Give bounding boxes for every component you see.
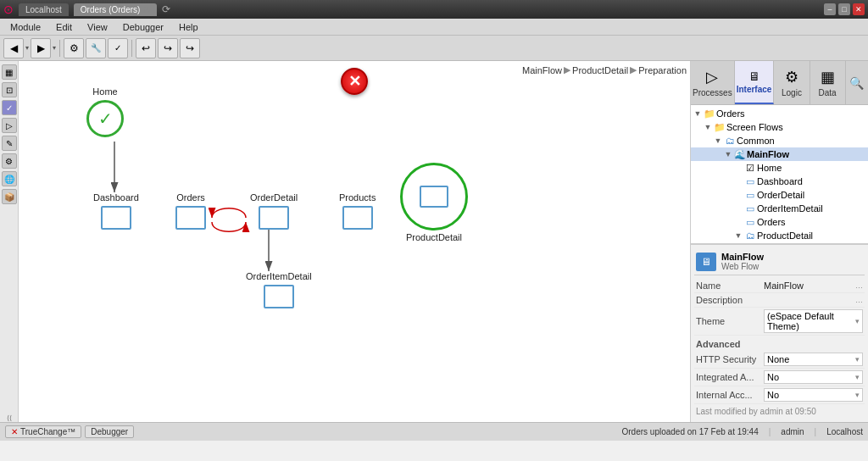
props-val-integrated[interactable]: No ▾ xyxy=(764,370,863,384)
tree-mainflow[interactable]: ▼ 🌊 MainFlow xyxy=(691,147,868,161)
tree-toggle-screenflows[interactable]: ▼ xyxy=(703,123,713,131)
menu-debugger[interactable]: Debugger xyxy=(116,21,170,33)
error-close-btn[interactable]: ✕ xyxy=(341,68,368,95)
tab-interface[interactable]: 🖥 Interface xyxy=(735,61,775,104)
tree-icon-orders-screen: ▭ xyxy=(743,216,757,228)
tree-productdetail[interactable]: ▼ 🗂 ProductDetail xyxy=(691,229,868,242)
sidebar-icon-check[interactable]: ✓ xyxy=(2,100,17,115)
breadcrumb-preparation[interactable]: Preparation xyxy=(638,65,687,75)
sidebar-icon-4[interactable]: ✎ xyxy=(2,136,17,151)
sidebar-icon-5[interactable]: ⚙ xyxy=(2,153,17,169)
tab-logic[interactable]: ⚙ Logic xyxy=(774,61,810,104)
sidebar-icon-6[interactable]: 🌐 xyxy=(2,171,17,186)
menu-edit[interactable]: Edit xyxy=(49,21,79,33)
toolbar-forward-btn[interactable]: ▶ xyxy=(31,38,51,58)
tab-orders-close[interactable]: ✕ xyxy=(143,5,150,14)
props-row-integrated[interactable]: Integrated A... No ▾ xyxy=(694,369,865,386)
toolbar-forward-arrow[interactable]: ▾ xyxy=(53,44,56,52)
properties-panel: 🖥 MainFlow Web Flow Name MainFlow … Desc… xyxy=(691,244,868,422)
tab-search[interactable]: 🔍 xyxy=(846,61,868,104)
tab-refresh-btn[interactable]: ⟳ xyxy=(162,3,170,15)
tab-data[interactable]: ▦ Data xyxy=(810,61,846,104)
props-internal-value: No xyxy=(767,390,779,400)
tree-toggle-productdetail[interactable]: ▼ xyxy=(733,231,743,240)
props-internal-dropdown-arrow[interactable]: ▾ xyxy=(855,391,860,399)
toolbar-back-btn[interactable]: ◀ xyxy=(3,38,24,58)
props-val-internal[interactable]: No ▾ xyxy=(764,388,863,402)
tree-orderdetail[interactable]: ▭ OrderDetail xyxy=(691,188,868,202)
toolbar-redo2-btn[interactable]: ↪ xyxy=(180,38,200,58)
toolbar-redo-btn[interactable]: ↪ xyxy=(158,38,178,58)
props-integrated-dropdown-arrow[interactable]: ▾ xyxy=(855,373,860,381)
orderdetail-node-box xyxy=(259,206,289,230)
window-maximize-btn[interactable]: □ xyxy=(838,3,850,15)
toolbar-undo-btn[interactable]: ↩ xyxy=(136,38,156,58)
toolbar-check-btn[interactable]: ✓ xyxy=(108,38,128,58)
tree-toggle-root[interactable]: ▼ xyxy=(693,109,703,118)
tree-common[interactable]: ▼ 🗂 Common xyxy=(691,134,868,147)
sidebar-icon-3[interactable]: ▷ xyxy=(2,118,17,133)
breadcrumb-mainflow[interactable]: MainFlow xyxy=(522,65,562,75)
toolbar-settings-btn[interactable]: ⚙ xyxy=(64,38,84,58)
tree-dashboard[interactable]: ▭ Dashboard xyxy=(691,175,868,188)
window-close-btn[interactable]: ✕ xyxy=(853,3,865,15)
tab-orders[interactable]: Orders (Orders) ✕ xyxy=(74,3,158,16)
toolbar-sep-1 xyxy=(59,40,60,57)
title-bar-controls: – □ ✕ xyxy=(824,3,865,15)
sidebar-collapse-btn[interactable]: ⟨⟨ xyxy=(7,414,12,422)
home-checkmark-icon: ✓ xyxy=(98,108,113,129)
props-val-name: MainFlow xyxy=(764,280,855,291)
tab-localhost[interactable]: Localhost xyxy=(19,3,69,16)
dashboard-node[interactable]: Dashboard xyxy=(93,192,139,230)
debugger-btn[interactable]: Debugger xyxy=(85,425,134,438)
toolbar-back-arrow[interactable]: ▾ xyxy=(25,44,29,52)
orders-node[interactable]: Orders xyxy=(175,192,206,230)
sidebar-icon-7[interactable]: 📦 xyxy=(2,189,17,204)
truechange-label: TrueChange™ xyxy=(20,427,75,436)
toolbar-tool-btn[interactable]: 🔧 xyxy=(86,38,106,58)
tree-icon-orderdetail: ▭ xyxy=(743,189,757,201)
props-theme-dropdown-arrow[interactable]: ▾ xyxy=(855,317,860,325)
tree-icon-orderitemdetail: ▭ xyxy=(743,203,757,214)
props-security-dropdown-arrow[interactable]: ▾ xyxy=(855,355,860,364)
orderdetail-node[interactable]: OrderDetail xyxy=(250,192,298,230)
tab-processes[interactable]: ▷ Processes xyxy=(691,61,735,104)
props-subtitle: Web Flow xyxy=(721,262,764,271)
tree-screenflows[interactable]: ▼ 📁 Screen Flows xyxy=(691,120,868,134)
props-val-theme[interactable]: (eSpace Default Theme) ▾ xyxy=(764,309,863,333)
breadcrumb-arrow-1: ▶ xyxy=(564,64,570,75)
props-row-internal[interactable]: Internal Acc... No ▾ xyxy=(694,386,865,404)
tree-home[interactable]: ☑ Home xyxy=(691,161,868,175)
menu-module[interactable]: Module xyxy=(3,21,47,33)
menu-view[interactable]: View xyxy=(81,21,114,33)
props-key-theme: Theme xyxy=(696,316,764,326)
menu-help[interactable]: Help xyxy=(172,21,205,33)
tree-toggle-mainflow[interactable]: ▼ xyxy=(723,150,733,158)
products-node[interactable]: Products xyxy=(339,192,376,230)
debugger-label: Debugger xyxy=(91,427,128,436)
home-node[interactable]: Home ✓ xyxy=(86,86,124,137)
truechange-error-icon: ✕ xyxy=(11,427,18,436)
orderitemdetail-node[interactable]: OrderItemDetail xyxy=(246,271,312,308)
tree-icon-productdetail: 🗂 xyxy=(743,230,757,242)
sidebar-icon-2[interactable]: ⊡ xyxy=(2,82,17,97)
props-modified-text: Last modified by admin at 09:50 xyxy=(694,404,865,419)
tree-toggle-common[interactable]: ▼ xyxy=(713,136,723,145)
canvas-area[interactable]: ✕ MainFlow ▶ ProductDetail ▶ Preparation xyxy=(19,61,690,422)
status-text: Orders uploaded on 17 Feb at 19:44 xyxy=(621,427,758,436)
tree-view[interactable]: ▼ 📁 Orders ▼ 📁 Screen Flows ▼ 🗂 Common ▼… xyxy=(691,105,868,244)
breadcrumb-productdetail[interactable]: ProductDetail xyxy=(572,65,628,75)
props-row-theme[interactable]: Theme (eSpace Default Theme) ▾ xyxy=(694,308,865,336)
window-minimize-btn[interactable]: – xyxy=(824,3,836,15)
productdetail-highlight-container[interactable]: ProductDetail xyxy=(400,163,468,242)
tree-root[interactable]: ▼ 📁 Orders xyxy=(691,107,868,120)
sidebar-icon-1[interactable]: ▦ xyxy=(2,64,17,80)
props-row-security[interactable]: HTTP Security None ▾ xyxy=(694,351,865,369)
truechange-btn[interactable]: ✕ TrueChange™ xyxy=(5,425,81,438)
tree-orders[interactable]: ▭ Orders xyxy=(691,215,868,229)
logic-tab-label: Logic xyxy=(782,88,802,97)
props-val-security[interactable]: None ▾ xyxy=(764,353,863,366)
app-logo: ⊙ xyxy=(3,3,14,16)
tree-orderitemdetail[interactable]: ▭ OrderItemDetail xyxy=(691,202,868,215)
tree-label-root: Orders xyxy=(716,108,866,119)
